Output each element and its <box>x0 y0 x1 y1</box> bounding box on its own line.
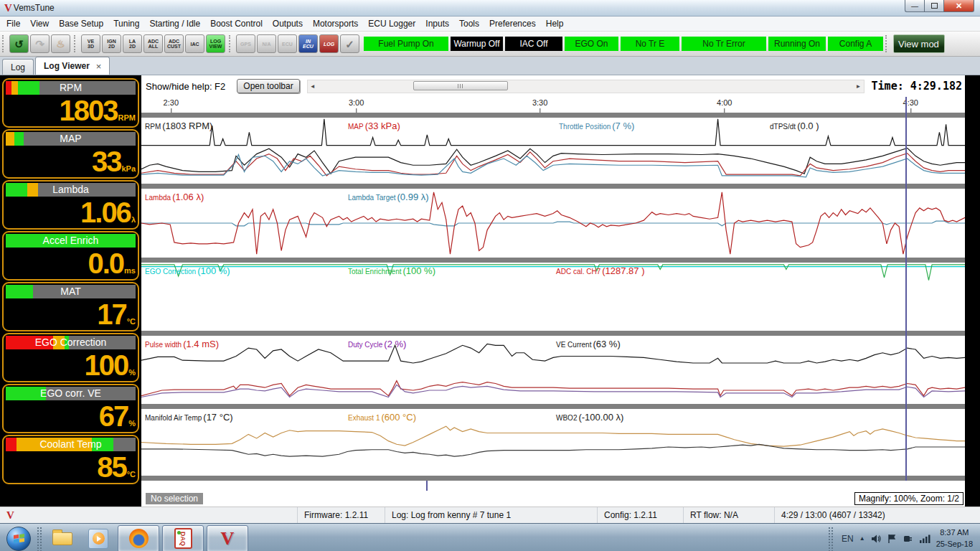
adc-cust-icon: CUST <box>167 44 181 49</box>
na-button[interactable]: N/A <box>257 34 276 53</box>
indicator-no-tr-e[interactable]: No Tr E <box>621 37 679 51</box>
toolbar: ↺↷♨VE3DIGN2DLA2DADCALLADCCUSTIACLOGVIEWG… <box>0 32 980 57</box>
menu-tuning[interactable]: Tuning <box>108 17 144 30</box>
status-indicators: Fuel Pump OnWarmup OffIAC OffEGO OnNo Tr… <box>364 37 883 51</box>
iac-icon: IAC <box>190 42 199 47</box>
start-button[interactable] <box>6 527 31 551</box>
indicator-ego-on[interactable]: EGO On <box>565 37 618 51</box>
power-plug-icon[interactable] <box>903 534 913 544</box>
menu-preferences[interactable]: Preferences <box>484 17 541 30</box>
windows-flag-icon <box>14 534 24 543</box>
scroll-left-icon[interactable]: ◄ <box>308 83 318 90</box>
magnify-zoom-label: Magnify: 100%, Zoom: 1/2 <box>854 492 963 505</box>
menu-help[interactable]: Help <box>541 17 569 30</box>
tab-log-viewer[interactable]: Log Viewer× <box>35 57 110 75</box>
menu-base-setup[interactable]: Base Setup <box>54 17 108 30</box>
vemstune-taskbar-button[interactable]: V <box>207 525 248 551</box>
selection-status: No selection <box>146 493 203 504</box>
gauge-range-bar: Lambda <box>6 183 136 197</box>
show-hidden-icons[interactable]: ▲ <box>859 535 865 542</box>
log-button[interactable]: LOG <box>319 34 339 53</box>
scrollbar-thumb[interactable] <box>413 81 508 90</box>
action-center-flag-icon[interactable] <box>887 534 897 544</box>
network-signal-icon[interactable] <box>919 534 930 544</box>
menu-file[interactable]: File <box>1 17 25 30</box>
na-icon: N/A <box>262 42 270 47</box>
menu-starting-idle[interactable]: Starting / Idle <box>144 17 205 30</box>
menu-inputs[interactable]: Inputs <box>420 17 454 30</box>
burn-icon: ♨ <box>56 39 65 49</box>
pane-divider <box>141 184 965 189</box>
chart-pane-4[interactable]: Pulse width(1.4 mS)Duty Cycle(2 %)VE Cur… <box>141 336 965 404</box>
language-indicator[interactable]: EN <box>842 534 854 544</box>
log-view-icon: LOG <box>210 39 221 44</box>
ecu-button[interactable]: ECU <box>278 34 297 53</box>
indicator-running-on[interactable]: Running On <box>768 37 826 51</box>
validate-button[interactable]: ✓ <box>340 34 359 53</box>
gauge-rpm: RPM1803RPM <box>2 78 139 128</box>
explorer-taskbar-button[interactable] <box>46 525 79 551</box>
idaq-taskbar-button[interactable]: DAQ <box>162 525 204 551</box>
chart-pane-3[interactable]: EGO Correction(100 %)Total Enrichment(10… <box>141 263 965 331</box>
chart-body[interactable]: 2:303:003:304:004:30 RPM(1803 RPM)MAP(33… <box>141 97 965 481</box>
vemstune-window: V VemsTune — ✕ FileViewBase SetupTuningS… <box>0 0 980 551</box>
vems-logo-icon: V <box>4 3 12 14</box>
open-toolbar-button[interactable]: Open toolbar <box>237 79 299 93</box>
time-scrollbar[interactable]: ◄ ► <box>307 80 864 93</box>
tray-grip <box>828 527 834 551</box>
gauge-unit: ms <box>124 266 136 275</box>
pane-divider <box>141 113 965 118</box>
time-cursor[interactable] <box>905 97 907 481</box>
burn-button[interactable]: ♨ <box>51 34 70 53</box>
ign-2d-button[interactable]: IGN2D <box>102 34 121 53</box>
adc-all-button[interactable]: ADCALL <box>143 34 163 53</box>
minimize-button[interactable]: — <box>905 0 924 12</box>
menu-boost-control[interactable]: Boost Control <box>205 17 268 30</box>
menu-tools[interactable]: Tools <box>454 17 484 30</box>
chart-pane-5[interactable]: Manifold Air Temp(17 °C)Exhaust 1(600 °C… <box>141 409 965 476</box>
indicator-no-tr-error[interactable]: No Tr Error <box>682 37 766 51</box>
scroll-right-icon[interactable]: ► <box>854 83 864 90</box>
gps-button[interactable]: GPS <box>236 34 255 53</box>
gauge-unit: RPM <box>118 113 136 122</box>
maximize-button[interactable] <box>924 0 943 12</box>
trace-tps <box>141 155 965 177</box>
in-ecu-button[interactable]: INECU <box>298 34 318 53</box>
indicator-fuel-pump-on[interactable]: Fuel Pump On <box>364 37 448 51</box>
trace-pulse-width <box>141 381 965 396</box>
indicator-warmup-off[interactable]: Warmup Off <box>451 37 503 51</box>
indicator-iac-off[interactable]: IAC Off <box>505 37 562 51</box>
la-2d-button[interactable]: LA2D <box>123 34 142 53</box>
ve-3d-button[interactable]: VE3D <box>81 34 100 53</box>
disconnect-button[interactable]: ↷ <box>30 34 50 53</box>
selection-strip[interactable] <box>141 481 965 493</box>
volume-icon[interactable] <box>871 534 882 544</box>
gauge-value: 67% <box>6 400 136 433</box>
media-player-icon <box>88 529 108 549</box>
cursor-time-label: Time: 4:29.182 <box>872 80 962 93</box>
media-player-taskbar-button[interactable] <box>82 525 115 551</box>
firefox-taskbar-button[interactable] <box>118 525 159 551</box>
view-mode-button[interactable]: View mod <box>893 34 945 53</box>
tab-log[interactable]: Log <box>2 59 34 75</box>
indicator-config-a[interactable]: Config A <box>828 37 883 51</box>
taskbar-grip <box>37 527 42 551</box>
menu-motorsports[interactable]: Motorsports <box>308 17 363 30</box>
adc-cust-button[interactable]: ADCCUST <box>164 34 184 53</box>
chart-pane-2[interactable]: Lambda(1.06 λ)Lambda Target(0.99 λ) <box>141 189 965 258</box>
chart-pane-1[interactable]: RPM(1803 RPM)MAP(33 kPa)Throttle Positio… <box>141 118 965 184</box>
close-button[interactable]: ✕ <box>943 0 974 12</box>
time-tick-4-00: 4:00 <box>717 98 732 107</box>
tab-close-icon[interactable]: × <box>96 61 102 72</box>
menu-ecu-logger[interactable]: ECU Logger <box>363 17 420 30</box>
tray-clock[interactable]: 8:37 AM 25-Sep-18 <box>936 527 973 550</box>
connect-button[interactable]: ↺ <box>9 34 29 53</box>
status-log: Log: Log from kenny # 7 tune 1 <box>385 507 598 523</box>
menu-outputs[interactable]: Outputs <box>268 17 308 30</box>
menu-bar: FileViewBase SetupTuningStarting / IdleB… <box>0 17 980 32</box>
gauge-range-bar: Coolant Temp <box>6 438 136 451</box>
log-view-button[interactable]: LOGVIEW <box>206 34 225 53</box>
iac-button[interactable]: IAC <box>185 34 204 53</box>
menu-view[interactable]: View <box>25 17 54 30</box>
toolbar-group: GPSN/AECUINECULOG✓ <box>235 34 361 53</box>
